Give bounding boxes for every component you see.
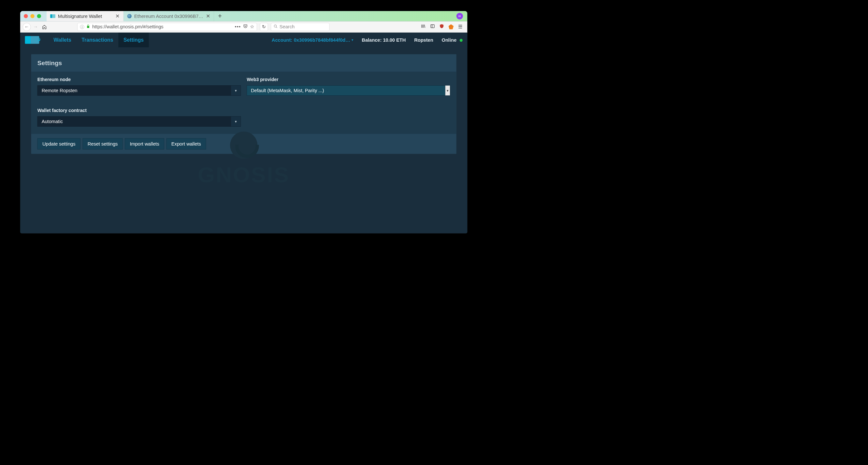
toolbar: ← → i https://wallet.gnosis.pm/#/setting… bbox=[20, 21, 468, 33]
ethereum-node-value: Remote Ropsten bbox=[37, 88, 231, 93]
metamask-fox-icon[interactable] bbox=[448, 25, 454, 30]
chevron-down-icon: ▾ bbox=[231, 86, 241, 95]
caret-down-icon: ▾ bbox=[351, 38, 353, 42]
ethereum-node-label: Ethereum node bbox=[37, 77, 241, 82]
toolbar-right: ☰ bbox=[421, 24, 465, 30]
nav-wallets[interactable]: Wallets bbox=[49, 33, 76, 47]
url-bar[interactable]: i https://wallet.gnosis.pm/#/settings ••… bbox=[77, 23, 257, 31]
close-tab-icon[interactable]: ✕ bbox=[115, 13, 120, 19]
watermark-text: GNOSIS bbox=[198, 162, 290, 187]
page-title: Settings bbox=[37, 59, 450, 66]
pocket-icon[interactable] bbox=[243, 24, 248, 30]
factory-contract-value: Automatic bbox=[37, 119, 231, 124]
maximize-window-button[interactable] bbox=[37, 14, 41, 18]
gnosis-wallet-logo[interactable] bbox=[25, 36, 39, 44]
import-wallets-button[interactable]: Import wallets bbox=[125, 138, 164, 150]
info-icon[interactable]: i bbox=[80, 25, 84, 29]
app-navbar: Wallets Transactions Settings Account: 0… bbox=[20, 33, 468, 47]
home-button[interactable] bbox=[40, 23, 49, 31]
tab-title: Multisignature Wallet bbox=[58, 13, 102, 19]
tab-ethereum-account[interactable]: Ethereum Account 0x30996B7… ✕ bbox=[123, 11, 214, 22]
window-controls bbox=[20, 14, 44, 18]
status-text: Online bbox=[442, 37, 457, 43]
svg-point-0 bbox=[274, 25, 276, 27]
menu-icon[interactable]: ☰ bbox=[458, 24, 462, 30]
titlebar: Multisignature Wallet ✕ Ethereum Account… bbox=[20, 11, 468, 22]
svg-line-5 bbox=[424, 25, 425, 28]
settings-card: Settings Ethereum node Remote Ropsten ▾ … bbox=[31, 55, 457, 154]
library-icon[interactable] bbox=[421, 24, 426, 30]
factory-contract-label: Wallet factory contract bbox=[37, 108, 241, 113]
export-wallets-button[interactable]: Export wallets bbox=[166, 138, 206, 150]
svg-line-1 bbox=[276, 27, 277, 28]
chevron-down-icon: ▾ bbox=[231, 117, 241, 126]
update-settings-button[interactable]: Update settings bbox=[37, 138, 81, 150]
network-name: Ropsten bbox=[414, 37, 433, 43]
reset-settings-button[interactable]: Reset settings bbox=[83, 138, 123, 150]
reload-button[interactable]: ↻ bbox=[260, 23, 268, 31]
browser-window: Multisignature Wallet ✕ Ethereum Account… bbox=[20, 11, 468, 233]
nav-transactions[interactable]: Transactions bbox=[76, 33, 119, 47]
account-dropdown[interactable]: Account: 0x30996b7848bf844f0d… ▾ bbox=[272, 37, 353, 43]
card-header: Settings bbox=[31, 55, 457, 72]
connection-status: Online bbox=[442, 37, 463, 43]
web3-provider-value: Default (MetaMask, Mist, Parity ...) bbox=[247, 88, 445, 93]
ublock-shield-icon[interactable] bbox=[439, 24, 444, 30]
search-box[interactable]: Search bbox=[271, 23, 330, 31]
close-window-button[interactable] bbox=[24, 14, 28, 18]
gnosis-favicon-icon bbox=[50, 14, 55, 18]
account-hash: 0x30996b7848bf844f0d… bbox=[294, 37, 350, 43]
online-indicator-icon bbox=[460, 39, 463, 42]
url-text: https://wallet.gnosis.pm/#/settings bbox=[92, 24, 163, 30]
tab-title: Ethereum Account 0x30996B7… bbox=[134, 13, 203, 19]
minimize-window-button[interactable] bbox=[30, 14, 34, 18]
search-placeholder: Search bbox=[280, 24, 294, 30]
forward-button[interactable]: → bbox=[32, 23, 40, 31]
new-tab-button[interactable]: + bbox=[214, 11, 226, 22]
page: Settings Ethereum node Remote Ropsten ▾ … bbox=[20, 47, 468, 161]
ethereum-node-dropdown[interactable]: Remote Ropsten ▾ bbox=[37, 85, 241, 96]
lock-icon bbox=[86, 24, 90, 30]
account-label-prefix: Account: bbox=[272, 37, 292, 43]
close-tab-icon[interactable]: ✕ bbox=[206, 13, 210, 19]
tab-strip: Multisignature Wallet ✕ Ethereum Account… bbox=[46, 11, 226, 22]
back-button[interactable]: ← bbox=[23, 23, 31, 31]
tab-multisig-wallet[interactable]: Multisignature Wallet ✕ bbox=[46, 11, 123, 22]
chevron-down-icon: ▾ bbox=[445, 86, 450, 95]
bookmark-star-icon[interactable]: ☆ bbox=[250, 24, 254, 30]
factory-contract-dropdown[interactable]: Automatic ▾ bbox=[37, 116, 241, 127]
web3-provider-dropdown[interactable]: Default (MetaMask, Mist, Parity ...) ▾ bbox=[247, 85, 450, 96]
web3-provider-label: Web3 provider bbox=[247, 77, 450, 82]
balance-text: Balance: 10.00 ETH bbox=[362, 37, 406, 43]
sidebar-icon[interactable] bbox=[430, 24, 435, 30]
search-icon bbox=[274, 24, 278, 30]
nav-settings[interactable]: Settings bbox=[118, 33, 149, 47]
extension-icon[interactable]: ∞ bbox=[457, 13, 463, 19]
svg-rect-6 bbox=[431, 25, 434, 28]
page-actions-icon[interactable]: ••• bbox=[235, 24, 241, 30]
etherscan-favicon-icon bbox=[127, 14, 132, 19]
